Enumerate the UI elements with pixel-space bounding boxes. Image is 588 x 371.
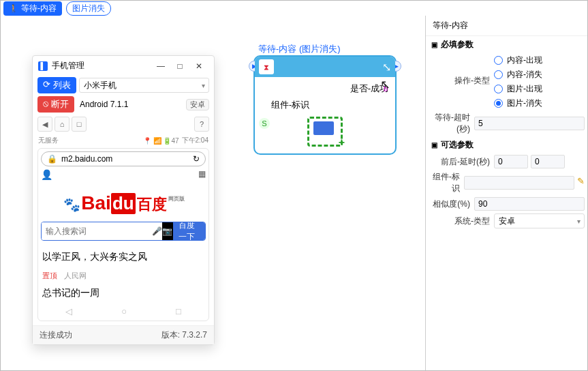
timeout-input[interactable] bbox=[474, 117, 585, 130]
profile-icon[interactable]: 👤 bbox=[41, 169, 52, 180]
back-button[interactable]: ◀ bbox=[37, 117, 52, 132]
similarity-label: 相似度(%) bbox=[426, 198, 474, 210]
status-time: 下午2:04 bbox=[182, 136, 208, 145]
news-item[interactable]: 以学正风，大兴务实之风 bbox=[42, 248, 204, 266]
collapse-icon[interactable]: ▣ bbox=[430, 141, 438, 149]
android-back-icon[interactable]: ◁ bbox=[65, 306, 72, 316]
delay-before-input[interactable] bbox=[494, 155, 528, 168]
search-input[interactable] bbox=[42, 222, 152, 240]
op-radio-3[interactable]: 图片-消失 bbox=[494, 98, 585, 109]
section-optional: 可选参数 bbox=[441, 139, 474, 151]
walk-icon: 🚶 bbox=[9, 4, 18, 13]
similarity-input[interactable] bbox=[474, 197, 585, 211]
header-tag-primary: 🚶 等待-内容 bbox=[3, 1, 62, 16]
minimize-button[interactable]: — bbox=[151, 61, 170, 71]
home-button[interactable]: ⌂ bbox=[55, 117, 69, 132]
timeout-label: 等待-超时(秒) bbox=[426, 112, 474, 135]
help-button[interactable]: ? bbox=[194, 117, 209, 132]
disconnect-button[interactable]: ⦸断开 bbox=[37, 96, 74, 113]
edit-icon[interactable]: ✎ bbox=[577, 176, 585, 190]
os-pill: 安卓 bbox=[186, 99, 209, 110]
refresh-icon: ⟳ bbox=[43, 79, 50, 91]
mic-icon[interactable]: 🎤 bbox=[152, 222, 162, 240]
system-type-select[interactable]: 安卓 bbox=[494, 213, 585, 228]
system-type-label: 系统-类型 bbox=[426, 216, 494, 227]
baidu-logo: 🐾 Baidu百度网页版 bbox=[41, 192, 206, 215]
component-label: 组件-标识 bbox=[426, 171, 464, 194]
stop-icon: ⦸ bbox=[43, 98, 48, 110]
device-select[interactable]: 小米手机 bbox=[79, 78, 209, 93]
hourglass-icon: ⧗ bbox=[259, 59, 274, 74]
op-radio-0[interactable]: 内容-出现 bbox=[494, 55, 585, 66]
delay-label: 前后-延时(秒) bbox=[426, 156, 494, 168]
node-in-label: 组件-标识 bbox=[271, 100, 309, 110]
port-s-badge: S bbox=[259, 118, 270, 129]
expand-icon[interactable]: ⤡ bbox=[382, 61, 391, 74]
screenshot-region-icon[interactable]: + bbox=[307, 117, 343, 147]
flow-node[interactable]: ▶ ▶ ⧗ ⤡ 是否-成功 b S 组件-标识 + bbox=[253, 55, 397, 155]
reload-icon[interactable]: ↻ bbox=[193, 154, 200, 164]
os-text: Android 7.1.1 bbox=[77, 100, 183, 109]
search-button[interactable]: 百度一下 bbox=[173, 222, 205, 240]
property-panel: 等待-内容 ▣必填参数 操作-类型 内容-出现内容-消失图片-出现图片-消失 等… bbox=[425, 16, 587, 370]
cursor-icon: ↖ bbox=[380, 77, 390, 92]
panel-tab[interactable]: 等待-内容 bbox=[426, 16, 587, 36]
section-required: 必填参数 bbox=[441, 39, 474, 50]
op-radio-1[interactable]: 内容-消失 bbox=[494, 69, 585, 80]
lock-icon: 🔒 bbox=[47, 154, 57, 164]
close-button[interactable]: ✕ bbox=[189, 61, 208, 71]
collapse-icon[interactable]: ▣ bbox=[430, 41, 438, 48]
status-noservice: 无服务 bbox=[38, 136, 59, 145]
component-input[interactable] bbox=[464, 176, 574, 190]
phone-manager-window: ▌ 手机管理 — □ ✕ ⟳列表 小米手机 ⦸断开 Android 7.1.1 … bbox=[32, 55, 215, 345]
news-item[interactable]: 总书记的一周 bbox=[42, 284, 204, 302]
news-source: 人民网 bbox=[64, 271, 87, 280]
grid-icon[interactable]: ▦ bbox=[198, 169, 206, 180]
connection-status: 连接成功 bbox=[40, 329, 72, 341]
url-box[interactable]: 🔒 m2.baidu.com ↻ bbox=[41, 151, 206, 166]
window-title: 手机管理 bbox=[52, 60, 84, 72]
app-icon: ▌ bbox=[38, 61, 48, 71]
url-text: m2.baidu.com bbox=[61, 154, 189, 164]
maximize-button[interactable]: □ bbox=[170, 61, 189, 71]
pin-badge: 置顶 bbox=[42, 271, 57, 280]
op-type-label: 操作-类型 bbox=[426, 55, 494, 87]
canvas[interactable]: 等待-内容 (图片消失) ▶ ▶ ⧗ ⤡ 是否-成功 b S 组件-标识 + bbox=[1, 16, 425, 370]
op-radio-2[interactable]: 图片-出现 bbox=[494, 83, 585, 95]
android-home-icon[interactable]: ○ bbox=[121, 306, 127, 316]
device-list-button[interactable]: ⟳列表 bbox=[37, 77, 76, 93]
delay-after-input[interactable] bbox=[531, 155, 565, 168]
recent-button[interactable]: □ bbox=[72, 117, 87, 132]
status-icons: 📍 📶 🔋47 bbox=[143, 137, 179, 145]
node-title: 等待-内容 (图片消失) bbox=[258, 43, 341, 55]
camera-icon[interactable]: 📷 bbox=[162, 222, 173, 240]
version-label: 版本: 7.3.2.7 bbox=[161, 329, 207, 341]
header-tag-outline: 图片消失 bbox=[66, 1, 111, 16]
paw-icon: 🐾 bbox=[63, 196, 78, 213]
android-recent-icon[interactable]: □ bbox=[176, 306, 181, 316]
